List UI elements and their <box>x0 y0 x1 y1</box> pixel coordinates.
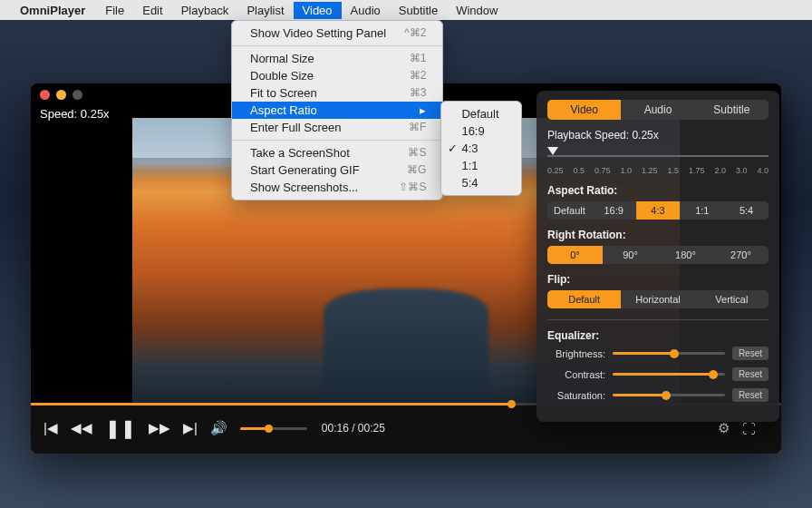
brightness-slider[interactable] <box>613 352 725 355</box>
volume-icon[interactable]: 🔊 <box>210 420 227 436</box>
progress-fill <box>31 403 511 405</box>
rotation-segmented: 0° 90° 180° 270° <box>547 246 768 264</box>
menu-shortcut: ^⌘2 <box>404 26 426 40</box>
saturation-slider[interactable] <box>613 394 725 396</box>
volume-slider[interactable] <box>240 427 307 430</box>
menu-show-video-panel[interactable]: Show Video Setting Panel ^⌘2 <box>232 24 442 42</box>
window-traffic-lights <box>40 90 82 100</box>
time-display: 00:16 / 00:25 <box>322 422 385 435</box>
aspect-opt-5-4[interactable]: 5:4 <box>724 201 768 220</box>
menu-item-label: Aspect Ratio <box>250 103 317 117</box>
aspect-opt-16-9[interactable]: 16:9 <box>592 201 636 220</box>
menu-shortcut: ⌘3 <box>410 86 427 100</box>
tab-subtitle[interactable]: Subtitle <box>695 100 768 120</box>
flip-default[interactable]: Default <box>547 290 621 308</box>
aspect-opt-4-3[interactable]: 4:3 <box>636 201 681 220</box>
brightness-label: Brightness: <box>547 348 605 359</box>
rotation-label: Right Rotation: <box>547 229 768 241</box>
rot-90[interactable]: 90° <box>603 246 658 264</box>
tab-audio[interactable]: Audio <box>621 100 694 120</box>
fullscreen-icon[interactable]: ⛶ <box>742 421 756 436</box>
menu-shortcut: ⌘S <box>408 146 426 160</box>
menu-separator <box>232 45 442 46</box>
menu-gif[interactable]: Start Generating GIF ⌘G <box>232 161 442 179</box>
menu-shortcut: ⌘G <box>407 163 426 177</box>
tab-video[interactable]: Video <box>547 100 621 120</box>
flip-label: Flip: <box>547 273 768 286</box>
flip-vertical[interactable]: Vertical <box>695 290 768 308</box>
aspect-1-1[interactable]: 1:1 <box>441 157 521 174</box>
menu-screenshot[interactable]: Take a ScreenShot ⌘S <box>232 144 442 161</box>
settings-gear-icon[interactable]: ⚙ <box>718 420 730 436</box>
aspect-opt-default[interactable]: Default <box>547 201 592 220</box>
menu-window[interactable]: Window <box>447 2 507 19</box>
rot-270[interactable]: 270° <box>713 246 768 264</box>
eq-contrast-row: Contrast: Reset <box>547 367 768 381</box>
rewind-button[interactable]: ◀◀ <box>71 420 92 436</box>
next-track-button[interactable]: ▶| <box>183 420 198 436</box>
menu-item-label: Show Video Setting Panel <box>250 26 386 40</box>
menu-subtitle[interactable]: Subtitle <box>390 2 447 19</box>
menu-video[interactable]: Video <box>294 2 342 19</box>
contrast-reset-button[interactable]: Reset <box>732 367 768 381</box>
aspect-4-3[interactable]: 4:3 <box>441 140 521 157</box>
equalizer-label: Equalizer: <box>547 329 768 342</box>
menu-item-label: Take a ScreenShot <box>250 146 350 160</box>
flip-horizontal[interactable]: Horizontal <box>621 290 694 308</box>
eq-saturation-row: Saturation: Reset <box>547 388 768 402</box>
rot-180[interactable]: 180° <box>658 246 713 264</box>
video-settings-panel: Video Audio Subtitle Playback Speed: 0.2… <box>536 91 779 422</box>
playback-speed-label: Playback Speed: 0.25x <box>547 129 768 142</box>
menu-item-label: Enter Full Screen <box>250 121 341 134</box>
speed-slider[interactable] <box>547 146 768 162</box>
menu-aspect-ratio[interactable]: Aspect Ratio ▸ <box>232 102 442 119</box>
maximize-icon[interactable] <box>72 90 82 100</box>
app-name[interactable]: OmniPlayer <box>20 4 85 17</box>
menu-shortcut: ⇧⌘S <box>399 181 426 194</box>
menu-file[interactable]: File <box>96 2 133 19</box>
contrast-slider[interactable] <box>613 373 725 376</box>
aspect-default[interactable]: Default <box>441 105 521 122</box>
aspect-5-4[interactable]: 5:4 <box>441 174 521 191</box>
menu-item-label: Start Generating GIF <box>250 163 360 177</box>
submenu-arrow-icon: ▸ <box>420 103 426 117</box>
flip-segmented: Default Horizontal Vertical <box>547 290 768 308</box>
menu-shortcut: ⌘F <box>409 121 426 134</box>
menu-item-label: Double Size <box>250 69 314 83</box>
aspect-label: Aspect Ratio: <box>547 184 768 197</box>
panel-divider <box>547 319 768 320</box>
rot-0[interactable]: 0° <box>547 246 603 264</box>
aspect-segmented: Default 16:9 4:3 1:1 5:4 <box>547 201 768 220</box>
menu-normal-size[interactable]: Normal Size ⌘1 <box>232 50 442 67</box>
minimize-icon[interactable] <box>56 90 66 100</box>
menu-playlist[interactable]: Playlist <box>237 2 293 19</box>
eq-brightness-row: Brightness: Reset <box>547 347 768 360</box>
aspect-ratio-submenu: Default 16:9 4:3 1:1 5:4 <box>440 101 522 196</box>
menu-full-screen[interactable]: Enter Full Screen ⌘F <box>232 119 442 136</box>
panel-tabs: Video Audio Subtitle <box>547 100 768 120</box>
aspect-16-9[interactable]: 16:9 <box>441 122 521 140</box>
menu-shortcut: ⌘1 <box>410 52 427 65</box>
close-icon[interactable] <box>40 90 50 100</box>
pause-button[interactable]: ❚❚ <box>105 417 136 439</box>
video-menu-dropdown: Show Video Setting Panel ^⌘2 Normal Size… <box>231 20 443 200</box>
menu-separator <box>232 140 442 141</box>
brightness-reset-button[interactable]: Reset <box>732 347 768 360</box>
menu-fit-screen[interactable]: Fit to Screen ⌘3 <box>232 84 442 102</box>
menu-playback[interactable]: Playback <box>172 2 238 19</box>
saturation-reset-button[interactable]: Reset <box>732 388 768 402</box>
speed-overlay-label: Speed: 0.25x <box>40 107 110 121</box>
menu-double-size[interactable]: Double Size ⌘2 <box>232 67 442 84</box>
menu-edit[interactable]: Edit <box>133 2 171 19</box>
contrast-label: Contrast: <box>547 369 605 380</box>
aspect-opt-1-1[interactable]: 1:1 <box>680 201 724 220</box>
menu-item-label: Fit to Screen <box>250 86 317 100</box>
menubar: OmniPlayer File Edit Playback Playlist V… <box>0 0 812 20</box>
menu-item-label: Show Screenshots... <box>250 181 358 194</box>
forward-button[interactable]: ▶▶ <box>149 420 170 436</box>
menu-audio[interactable]: Audio <box>342 2 390 19</box>
prev-track-button[interactable]: |◀ <box>44 420 58 436</box>
menu-show-screenshots[interactable]: Show Screenshots... ⇧⌘S <box>232 179 442 196</box>
speed-tick-labels: 0.25 0.5 0.75 1.0 1.25 1.5 1.75 2.0 3.0 … <box>547 166 768 175</box>
saturation-label: Saturation: <box>547 390 605 401</box>
